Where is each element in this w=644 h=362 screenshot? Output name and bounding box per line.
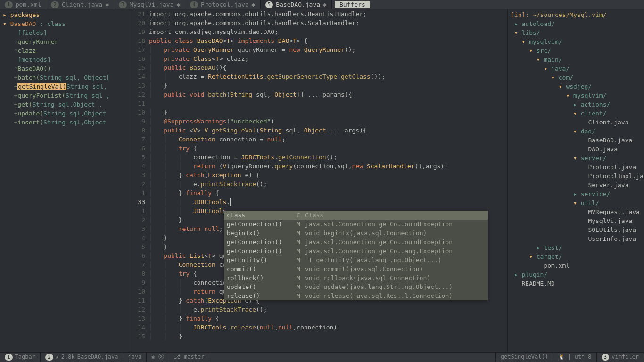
completion-item[interactable]: update()Mvoid update(java.lang.Str..ng.O… bbox=[224, 282, 488, 291]
line-number: 19 bbox=[131, 27, 149, 36]
file-tree-item[interactable]: MysqlVi.java bbox=[508, 216, 644, 225]
code-line[interactable]: 5│ │ │ connection = JDBCTools.getConnect… bbox=[131, 153, 507, 162]
file-tree-item[interactable]: ▾ src/ bbox=[508, 46, 644, 55]
code-line[interactable]: 33│ │ │ JDBCTools. bbox=[131, 197, 507, 206]
code-line[interactable]: 14│ │ clazz = ReflectionUtils.getSuperGe… bbox=[131, 72, 507, 81]
code-line[interactable]: 6│ │ try { bbox=[131, 144, 507, 153]
code-content: │ @SuppressWarnings("unchecked") bbox=[149, 117, 507, 126]
code-line[interactable]: 20import org.apache.commons.dbutils.hand… bbox=[131, 18, 507, 27]
completion-item[interactable]: getConnection()Mjava.sql.Connection getC… bbox=[224, 220, 488, 229]
line-number: 7 bbox=[131, 260, 149, 269]
code-line[interactable]: 15│ public BaseDAO(){ bbox=[131, 63, 507, 72]
file-tree-item[interactable]: ▾ com/ bbox=[508, 73, 644, 82]
editor-pane[interactable]: classCClassgetConnection()Mjava.sql.Conn… bbox=[131, 9, 508, 352]
file-tree-item[interactable]: ▾ main/ bbox=[508, 55, 644, 64]
tab-basedao-java[interactable]: 5BaseDAO.java ✱ bbox=[261, 0, 332, 9]
method-batch[interactable]: batch( bbox=[17, 74, 40, 81]
line-number: 2 bbox=[131, 180, 149, 189]
code-line[interactable]: 10│ } bbox=[131, 108, 507, 117]
file-tree-item[interactable]: ▾ java/ bbox=[508, 64, 644, 73]
completion-item[interactable]: getEntity()M T getEntity(java.lang..ng.O… bbox=[224, 255, 488, 264]
file-tree-item[interactable]: ▾ mysqlvim/ bbox=[508, 37, 644, 46]
file-tree-item[interactable]: ProtocolImpl.java bbox=[508, 172, 644, 181]
file-tree-label: main/ bbox=[544, 56, 562, 63]
file-tree-item[interactable]: ▾ libs/ bbox=[508, 28, 644, 37]
tab-mysqlvi-java[interactable]: 3MysqlVi.java ✱ bbox=[114, 0, 185, 9]
file-tree-label: Protocol.java bbox=[588, 164, 636, 171]
code-line[interactable]: 13│ │ } finally { bbox=[131, 314, 507, 323]
code-line[interactable]: 8│ public <V> V getSingleVal(String sql,… bbox=[131, 126, 507, 135]
file-tree-item[interactable]: pom.xml bbox=[508, 261, 644, 270]
method-get[interactable]: get( bbox=[17, 101, 32, 108]
code-line[interactable]: 19import com.wsdjeg.mysqlvim.dao.DAO; bbox=[131, 27, 507, 36]
code-line[interactable]: 12│ │ │ e.printStackTrace(); bbox=[131, 305, 507, 314]
file-tree-item[interactable]: Protocol.java bbox=[508, 163, 644, 172]
file-tree-item[interactable]: MVRequest.java bbox=[508, 207, 644, 216]
code-line[interactable]: 4│ │ │ return (V)queryRunner.query(conne… bbox=[131, 162, 507, 171]
field-clazz[interactable]: clazz bbox=[17, 47, 36, 54]
code-line[interactable]: 13│ } bbox=[131, 81, 507, 90]
code-line[interactable]: 14│ │ │ JDBCTools.release(null,null,conn… bbox=[131, 323, 507, 332]
file-tree-item[interactable]: README.MD bbox=[508, 279, 644, 288]
code-line[interactable]: 21import org.apache.commons.dbutils.hand… bbox=[131, 9, 507, 18]
completion-item[interactable]: release()Mvoid release(java.sql.Res..l.C… bbox=[224, 291, 488, 300]
tab-pom-xml[interactable]: 1pom.xml bbox=[0, 0, 46, 9]
packages-label[interactable]: packages bbox=[10, 11, 40, 18]
file-tree-item[interactable]: SQLUtils.java bbox=[508, 225, 644, 234]
completion-item[interactable]: commit()Mvoid commit(java.sql.Connection… bbox=[224, 264, 488, 273]
method-update[interactable]: update( bbox=[17, 110, 43, 117]
tab-client-java[interactable]: 2Client.java ✱ bbox=[46, 0, 114, 9]
method-queryforlist[interactable]: queryForList( bbox=[17, 92, 66, 99]
code-line[interactable]: 9│ @SuppressWarnings("unchecked") bbox=[131, 117, 507, 126]
file-tree-item[interactable]: ▸ test/ bbox=[508, 243, 644, 252]
file-tree-item[interactable]: ▾ target/ bbox=[508, 252, 644, 261]
file-tree-item[interactable]: Server.java bbox=[508, 181, 644, 189]
file-tree-item[interactable]: ▸ autoload/ bbox=[508, 19, 644, 28]
completion-item[interactable]: classCClass bbox=[224, 211, 488, 220]
completion-item[interactable]: getConnection()Mjava.sql.Connection getC… bbox=[224, 247, 488, 255]
file-tree-label: MVRequest.java bbox=[588, 208, 640, 215]
code-line[interactable]: 7│ │ Connection connection = null; bbox=[131, 135, 507, 144]
completion-kind: M bbox=[297, 238, 305, 247]
file-tree-item[interactable]: ▸ plugin/ bbox=[508, 270, 644, 279]
buffers-button[interactable]: Buffers bbox=[335, 1, 370, 8]
line-number: 15 bbox=[131, 332, 149, 341]
file-tree-item[interactable]: ▾ dao/ bbox=[508, 127, 644, 136]
method-getsingleval[interactable]: getSingleVal( bbox=[17, 83, 66, 90]
file-tree-item[interactable]: ▸ actions/ bbox=[508, 100, 644, 109]
code-line[interactable]: 3│ │ } catch(Exception e) { bbox=[131, 171, 507, 180]
completion-popup[interactable]: classCClassgetConnection()Mjava.sql.Conn… bbox=[224, 211, 488, 300]
file-tree-item[interactable]: ▸ service/ bbox=[508, 189, 644, 198]
file-tree-item[interactable]: ▾ wsdjeg/ bbox=[508, 82, 644, 91]
file-tree-item[interactable]: ▾ mysqlvim/ bbox=[508, 91, 644, 100]
file-tree-item[interactable]: ▾ server/ bbox=[508, 154, 644, 163]
completion-item[interactable]: beginTx()Mvoid beginTx(java.sql.Connecti… bbox=[224, 229, 488, 238]
status-winnum-1: 1 bbox=[5, 354, 13, 361]
code-line[interactable]: 1│ │ } finally { bbox=[131, 189, 507, 197]
file-tree-item[interactable]: ▾ client/ bbox=[508, 109, 644, 118]
file-tree-label: mysqlvim/ bbox=[529, 38, 562, 45]
code-line[interactable]: 2│ │ │ e.printStackTrace(); bbox=[131, 180, 507, 189]
code-line[interactable]: 11 bbox=[131, 99, 507, 108]
code-content: │ │ Connection connection = null; bbox=[149, 135, 507, 144]
line-number: 7 bbox=[131, 135, 149, 144]
code-content: │ │ │ connection = JDBCTools.getConnecti… bbox=[149, 153, 507, 162]
code-line[interactable]: 18public class BaseDAO<T> implements DAO… bbox=[131, 36, 507, 45]
class-name[interactable]: BaseDAO bbox=[10, 20, 36, 27]
method-insert[interactable]: insert( bbox=[17, 119, 43, 126]
completion-item[interactable]: getConnection()Mjava.sql.Connection getC… bbox=[224, 238, 488, 247]
file-tree-item[interactable]: DAO.java bbox=[508, 145, 644, 154]
file-tree-item[interactable]: BaseDAO.java bbox=[508, 136, 644, 145]
code-line[interactable]: 15│ │ } bbox=[131, 332, 507, 341]
file-tree-item[interactable]: UserInfo.java bbox=[508, 234, 644, 243]
tab-protocol-java[interactable]: 4Protocol.java ✱ bbox=[185, 0, 260, 9]
completion-item[interactable]: rollback()Mvoid rollback(java.sql.Connec… bbox=[224, 273, 488, 282]
code-line[interactable]: 17│ private QueryRunner queryRunner = ne… bbox=[131, 45, 507, 54]
code-line[interactable]: 16│ private Class<T> clazz; bbox=[131, 54, 507, 63]
code-line[interactable]: 12│ public void batch(String sql, Object… bbox=[131, 90, 507, 99]
field-queryrunner[interactable]: queryRunner bbox=[17, 38, 58, 45]
file-tree-item[interactable]: ▾ util/ bbox=[508, 198, 644, 207]
method-ctor[interactable]: BaseDAO() bbox=[17, 65, 50, 72]
file-tree-item[interactable]: Client.java bbox=[508, 118, 644, 127]
triangle-down-icon: ▾ bbox=[551, 74, 559, 81]
